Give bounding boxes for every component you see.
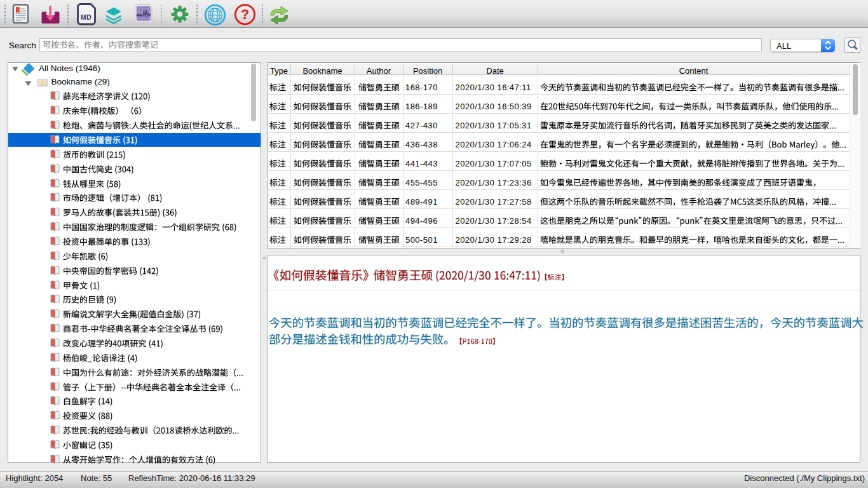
svg-text:MD: MD [81,13,92,21]
svg-text:?: ? [241,7,249,22]
